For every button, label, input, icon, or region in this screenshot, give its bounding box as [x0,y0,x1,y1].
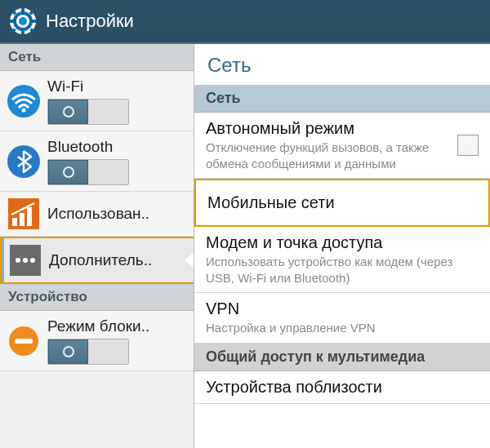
app-title: Настройки [46,11,134,32]
svg-rect-24 [15,339,33,344]
svg-rect-5 [21,30,24,34]
sidebar-item-wifi[interactable]: Wi-Fi [0,71,194,131]
svg-point-12 [7,85,40,118]
wifi-toggle[interactable] [47,99,129,125]
svg-point-13 [22,108,26,112]
sidebar-item-data-usage[interactable]: Использован.. [0,192,194,237]
panel-item-tethering[interactable]: Модем и точка доступа Использовать устро… [194,227,490,293]
wifi-icon [7,84,41,118]
svg-rect-17 [20,213,24,226]
sidebar-item-label: Использован.. [47,205,149,223]
app-header: Настройки [0,0,490,42]
blocking-toggle[interactable] [47,339,129,365]
panel-item-subtitle: Настройка и управление VPN [206,320,479,336]
main-container: Сеть Wi-Fi [0,42,490,448]
panel-item-vpn[interactable]: VPN Настройка и управление VPN [194,293,490,344]
more-dots-icon [8,243,42,277]
svg-point-20 [16,258,20,263]
bluetooth-icon [7,144,41,179]
sidebar-section-device: Устройство [0,284,194,311]
panel-item-subtitle: Отключение функций вызовов, а также обме… [206,140,449,171]
sidebar-section-network: Сеть [0,44,194,71]
panel-item-title: Мобильные сети [207,193,477,212]
panel-item-mobile-networks[interactable]: Мобильные сети [194,179,490,227]
settings-gear-icon [8,7,38,36]
panel-item-title: Модем и точка доступа [206,233,479,252]
sidebar-item-blocking[interactable]: Режим блоки.. [0,311,194,371]
minus-circle-icon [7,324,41,358]
sidebar-item-bluetooth[interactable]: Bluetooth [0,131,194,192]
sidebar-item-label: Bluetooth [47,138,187,156]
svg-rect-6 [10,20,14,23]
panel-item-title: Автономный режим [206,119,449,138]
sidebar-item-label: Режим блоки.. [47,317,187,335]
sidebar-item-label: Дополнитель.. [49,251,152,269]
sidebar-item-label: Wi-Fi [47,78,187,95]
panel-item-airplane[interactable]: Автономный режим Отключение функций вызо… [194,113,490,179]
svg-rect-18 [27,207,32,226]
bluetooth-toggle[interactable] [47,159,129,185]
airplane-checkbox[interactable] [457,135,479,156]
panel-item-nearby[interactable]: Устройства поблизости [194,371,490,404]
svg-rect-7 [32,20,36,23]
svg-rect-4 [21,8,24,12]
bar-chart-icon [7,197,41,231]
detail-panel: Сеть Сеть Автономный режим Отключение фу… [194,44,490,448]
sidebar-item-more[interactable]: Дополнитель.. [0,237,194,284]
sidebar: Сеть Wi-Fi [0,44,194,448]
svg-point-21 [23,258,28,263]
svg-point-3 [19,17,27,25]
panel-item-title: Устройства поблизости [206,378,479,397]
panel-item-title: VPN [206,299,479,318]
panel-item-subtitle: Использовать устройство как модем (через… [206,254,479,286]
svg-rect-16 [12,218,17,226]
svg-point-22 [30,258,35,263]
panel-section-media: Общий доступ к мультимедиа [194,344,490,371]
panel-section-network: Сеть [194,85,490,113]
panel-title: Сеть [194,44,490,85]
